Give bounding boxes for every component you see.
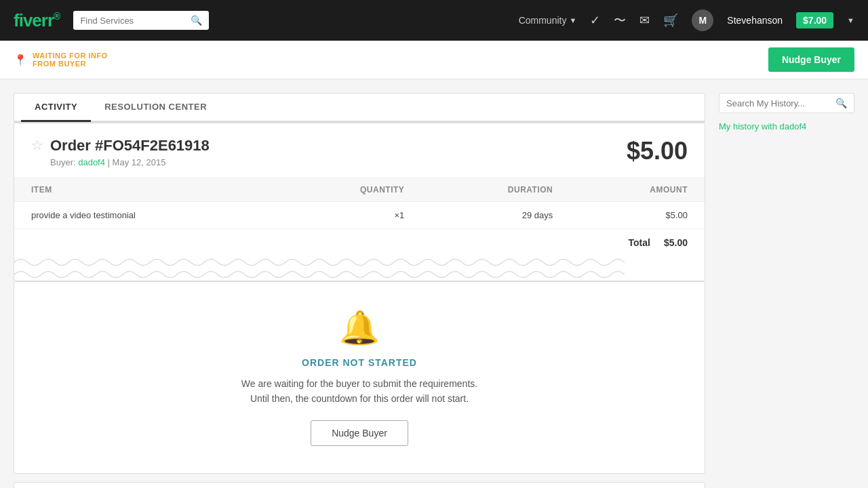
nudge-buyer-button-middle[interactable]: Nudge Buyer xyxy=(311,420,408,446)
order-price: $5.00 xyxy=(627,137,688,165)
status-desc-line1: We are waiting for the buyer to submit t… xyxy=(241,378,477,389)
tab-activity[interactable]: ACTIVITY xyxy=(21,94,91,122)
sidebar-search-bar[interactable]: 🔍 xyxy=(719,93,854,113)
col-duration: DURATION xyxy=(421,178,570,202)
tabs-wrapper: ACTIVITY RESOLUTION CENTER xyxy=(14,93,705,123)
status-label-line2: FROM BUYER xyxy=(33,60,108,68)
item-name: provide a video testimonial xyxy=(14,202,274,229)
community-chevron-icon: ▼ xyxy=(569,16,576,24)
navbar: fiverr® 🔍 Community ▼ ✓ 〜 ✉ 🛒 M Stevehan… xyxy=(0,0,868,41)
nudge-buyer-button-top[interactable]: Nudge Buyer xyxy=(768,47,854,72)
order-date: May 12, 2015 xyxy=(113,157,166,167)
order-status-section: 🔔 ORDER NOT STARTED We are waiting for t… xyxy=(14,281,705,474)
status-desc-line2: Until then, the countdown for this order… xyxy=(250,393,469,404)
order-status-desc: We are waiting for the buyer to submit t… xyxy=(28,376,691,407)
item-duration: 29 days xyxy=(421,202,570,229)
table-row: provide a video testimonial ×1 29 days $… xyxy=(14,202,705,229)
order-title-section: ☆ Order #FO54F2E61918 Buyer: dadof4 | Ma… xyxy=(31,137,210,167)
search-bar[interactable]: 🔍 xyxy=(73,11,209,30)
community-label: Community xyxy=(519,15,567,26)
balance-badge: $7.00 xyxy=(796,12,833,28)
buyer-name-link[interactable]: dadof4 xyxy=(78,157,105,167)
tab-resolution-center[interactable]: RESOLUTION CENTER xyxy=(91,94,220,122)
favorite-star-icon[interactable]: ☆ xyxy=(31,137,43,153)
avatar: M xyxy=(692,9,713,31)
checkmark-icon[interactable]: ✓ xyxy=(590,13,600,28)
messages-icon[interactable]: ✉ xyxy=(639,13,650,28)
wavy-divider-bottom xyxy=(14,268,705,281)
item-amount: $5.00 xyxy=(570,202,705,229)
meta-separator: | xyxy=(108,157,113,167)
analytics-icon[interactable]: 〜 xyxy=(614,12,626,28)
status-info: 📍 WAITING FOR INFO FROM BUYER xyxy=(14,52,108,68)
col-amount: AMOUNT xyxy=(570,178,705,202)
total-amount: $5.00 xyxy=(664,237,688,248)
cart-icon[interactable]: 🛒 xyxy=(663,13,678,28)
order-total-row: Total $5.00 xyxy=(14,229,705,256)
col-item: ITEM xyxy=(14,178,274,202)
history-link[interactable]: My history with dadof4 xyxy=(719,121,854,131)
main-content: ACTIVITY RESOLUTION CENTER ☆ Order #FO54… xyxy=(0,79,868,488)
content-left: ACTIVITY RESOLUTION CENTER ☆ Order #FO54… xyxy=(14,93,705,488)
community-nav[interactable]: Community ▼ xyxy=(519,15,577,26)
order-header: ☆ Order #FO54F2E61918 Buyer: dadof4 | Ma… xyxy=(14,123,705,178)
status-label-line1: WAITING FOR INFO xyxy=(33,52,108,60)
total-label: Total xyxy=(629,237,650,248)
order-table: ITEM QUANTITY DURATION AMOUNT provide a … xyxy=(14,178,705,229)
status-text-block: WAITING FOR INFO FROM BUYER xyxy=(33,52,108,68)
order-info: Order #FO54F2E61918 Buyer: dadof4 | May … xyxy=(50,137,210,167)
sidebar-search-icon: 🔍 xyxy=(835,98,847,108)
logo-text: fiverr xyxy=(14,10,54,30)
wavy-divider-top xyxy=(14,256,705,268)
avatar-initial: M xyxy=(698,15,707,26)
logo-registered: ® xyxy=(54,11,60,22)
sidebar: 🔍 My history with dadof4 xyxy=(719,93,854,488)
buyer-label: Buyer: xyxy=(50,157,76,167)
user-dropdown-icon[interactable]: ▼ xyxy=(847,16,854,24)
location-pin-icon: 📍 xyxy=(14,54,27,66)
order-card-top: ☆ Order #FO54F2E61918 Buyer: dadof4 | Ma… xyxy=(14,123,705,256)
order-not-started-title: ORDER NOT STARTED xyxy=(28,357,691,368)
status-bar: 📍 WAITING FOR INFO FROM BUYER Nudge Buye… xyxy=(0,41,868,79)
col-quantity: QUANTITY xyxy=(274,178,421,202)
sidebar-search-input[interactable] xyxy=(726,98,831,108)
username[interactable]: Stevehanson xyxy=(727,15,783,26)
logo[interactable]: fiverr® xyxy=(14,10,60,31)
bell-icon: 🔔 xyxy=(28,309,691,347)
tabs: ACTIVITY RESOLUTION CENTER xyxy=(14,94,705,122)
search-icon: 🔍 xyxy=(191,15,202,26)
quick-response-section: Use a quick response ▼ NEW xyxy=(14,482,705,488)
order-details-card: ☆ Order #FO54F2E61918 Buyer: dadof4 | Ma… xyxy=(14,123,705,281)
order-meta: Buyer: dadof4 | May 12, 2015 xyxy=(50,157,210,167)
order-title: Order #FO54F2E61918 xyxy=(50,137,210,155)
item-quantity: ×1 xyxy=(274,202,421,229)
search-input[interactable] xyxy=(80,16,186,26)
